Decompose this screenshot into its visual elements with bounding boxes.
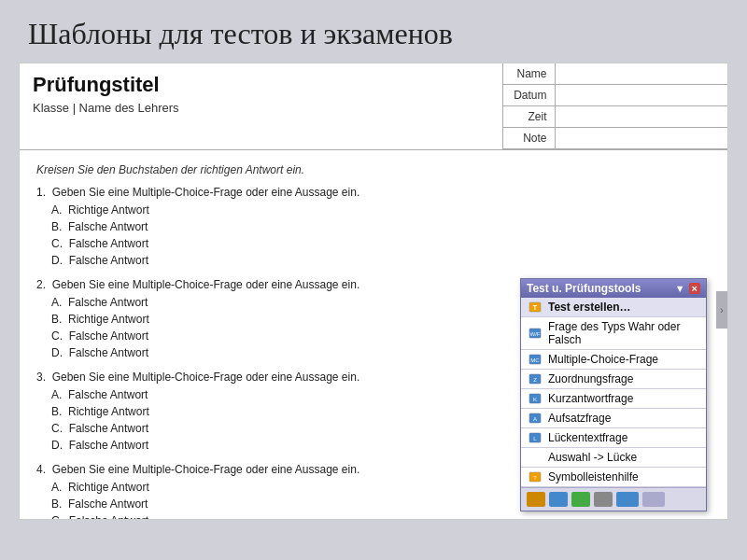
list-item: B. Falsche Antwort: [51, 218, 711, 235]
toolbar-item-lueckentext[interactable]: L Lückentextfrage: [521, 428, 706, 448]
footer-icon-6[interactable]: [642, 492, 665, 507]
field-value-zeit[interactable]: [555, 106, 727, 128]
toolbar-item-zuordnung[interactable]: Z Zuordnungsfrage: [521, 370, 706, 389]
main-content: Prüfungstitel Klasse | Name des Lehrers …: [19, 63, 728, 520]
question-item-1: 1. Geben Sie eine Multiple-Choice-Frage …: [36, 186, 711, 269]
field-label-note: Note: [503, 128, 555, 149]
field-label-zeit: Zeit: [503, 106, 555, 128]
question-number-4: 4.: [36, 463, 46, 476]
toolbar-footer: [521, 487, 706, 511]
svg-text:K: K: [533, 397, 537, 402]
question-number-1: 1.: [36, 186, 46, 199]
question-body-1: Geben Sie eine Multiple-Choice-Frage ode…: [52, 186, 360, 199]
wahr-falsch-icon: W/F: [527, 327, 543, 340]
toolbar-item-label-wahr-falsch: Frage des Typs Wahr oder Falsch: [548, 320, 700, 346]
exam-subtitle: Klasse | Name des Lehrers: [33, 101, 489, 115]
footer-icon-1[interactable]: [527, 492, 545, 507]
svg-text:MC: MC: [530, 357, 540, 363]
test-erstellen-icon: T: [527, 301, 543, 314]
question-number-2: 2.: [36, 278, 46, 291]
svg-text:Z: Z: [533, 377, 537, 383]
question-text-1: 1. Geben Sie eine Multiple-Choice-Frage …: [36, 186, 711, 199]
field-value-datum[interactable]: [555, 85, 727, 106]
kurzantwort-icon: K: [527, 392, 543, 405]
svg-text:T: T: [533, 304, 538, 311]
toolbar-item-kurzantwort[interactable]: K Kurzantwortfrage: [521, 389, 706, 409]
answer-list-1: A. Richtige Antwort B. Falsche Antwort C…: [36, 202, 711, 269]
toolbar-item-test-erstellen[interactable]: T Test erstellen…: [521, 298, 706, 317]
footer-icon-5[interactable]: [616, 492, 639, 507]
exam-header: Prüfungstitel Klasse | Name des Lehrers …: [20, 63, 727, 150]
auswahl-luecke-icon: [527, 451, 543, 464]
list-item: C. Falsche Antwort: [51, 235, 711, 252]
table-row: Note: [503, 128, 727, 149]
scroll-indicator-right[interactable]: ›: [716, 291, 727, 329]
zuordnung-icon: Z: [527, 372, 543, 385]
toolbar-item-label-zuordnung: Zuordnungsfrage: [548, 372, 633, 385]
list-item: C. Falsche Antwort: [51, 512, 711, 520]
footer-icon-2[interactable]: [549, 492, 568, 507]
field-label-name: Name: [503, 63, 555, 85]
instructions-text: Kreisen Sie den Buchstaben der richtigen…: [20, 150, 727, 182]
question-body-2: Geben Sie eine Multiple-Choice-Frage ode…: [52, 278, 360, 291]
page-title: Шаблоны для тестов и экзаменов: [0, 0, 747, 63]
toolbar-header: Test u. Prüfungstools ▼ ×: [521, 279, 706, 298]
aufsatz-icon: A: [527, 412, 543, 425]
footer-icon-3[interactable]: [571, 492, 590, 507]
toolbar-item-label-kurzantwort: Kurzantwortfrage: [548, 392, 633, 405]
exam-title-block: Prüfungstitel Klasse | Name des Lehrers: [20, 63, 503, 149]
field-label-datum: Datum: [503, 85, 555, 106]
toolbar-header-icons: ▼ ×: [675, 283, 700, 294]
table-row: Zeit: [503, 106, 727, 128]
toolbar-item-label-multiple-choice: Multiple-Choice-Frage: [548, 353, 658, 366]
multiple-choice-icon: MC: [527, 353, 543, 366]
toolbar-panel: Test u. Prüfungstools ▼ × T Test erstell…: [520, 278, 707, 511]
toolbar-item-label-symbolleiste: Symbolleistenhilfe: [548, 470, 639, 483]
toolbar-item-multiple-choice[interactable]: MC Multiple-Choice-Frage: [521, 350, 706, 370]
exam-title: Prüfungstitel: [33, 73, 489, 97]
field-value-name[interactable]: [555, 63, 727, 85]
lueckentext-icon: L: [527, 431, 543, 444]
field-value-note[interactable]: [555, 128, 727, 149]
table-row: Name: [503, 63, 727, 85]
toolbar-item-label-auswahl-luecke: Auswahl -> Lücke: [548, 451, 637, 464]
question-body-3: Geben Sie eine Multiple-Choice-Frage ode…: [52, 371, 360, 384]
list-item: A. Richtige Antwort: [51, 202, 711, 218]
toolbar-item-label-test-erstellen: Test erstellen…: [548, 301, 630, 314]
toolbar-pin-button[interactable]: ▼: [675, 283, 685, 294]
list-item: D. Falsche Antwort: [51, 252, 711, 269]
toolbar-item-label-lueckentext: Lückentextfrage: [548, 431, 627, 444]
toolbar-title: Test u. Prüfungstools: [527, 282, 641, 295]
svg-text:A: A: [533, 416, 537, 422]
table-row: Datum: [503, 85, 727, 106]
toolbar-item-auswahl-luecke[interactable]: Auswahl -> Lücke: [521, 448, 706, 468]
symbolleiste-icon: ?: [527, 470, 543, 483]
question-body-4: Geben Sie eine Multiple-Choice-Frage ode…: [52, 463, 360, 476]
toolbar-item-wahr-falsch[interactable]: W/F Frage des Typs Wahr oder Falsch: [521, 317, 706, 350]
svg-text:W/F: W/F: [530, 331, 541, 337]
toolbar-item-symbolleiste[interactable]: ? Symbolleistenhilfe: [521, 468, 706, 487]
toolbar-item-aufsatz[interactable]: A Aufsatzfrage: [521, 409, 706, 428]
footer-icon-4[interactable]: [594, 492, 613, 507]
question-number-3: 3.: [36, 371, 46, 384]
toolbar-title-area: Test u. Prüfungstools: [527, 282, 641, 295]
exam-info-table: Name Datum Zeit Note: [503, 63, 727, 149]
toolbar-close-button[interactable]: ×: [689, 283, 700, 294]
toolbar-item-label-aufsatz: Aufsatzfrage: [548, 412, 611, 425]
